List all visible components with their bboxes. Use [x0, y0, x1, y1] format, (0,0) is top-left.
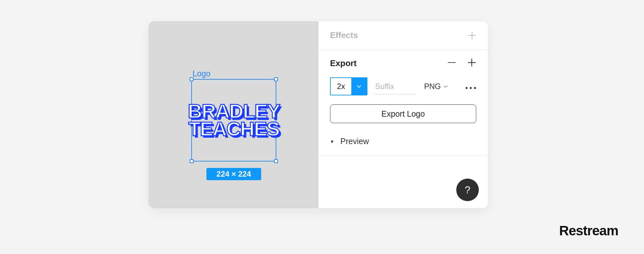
resize-handle-bottom-left[interactable] [190, 159, 194, 163]
question-mark-icon: ? [465, 184, 470, 196]
resize-handle-bottom-right[interactable] [274, 159, 278, 163]
svg-point-1 [470, 87, 472, 89]
plus-icon [468, 31, 476, 40]
logo-text-line-2: TEACHES [188, 120, 279, 138]
add-export-setting-button[interactable] [467, 58, 476, 68]
editor-window: Logo BRADLEY TEACHES 224 × 224 Effects [148, 21, 488, 208]
svg-point-2 [474, 87, 476, 89]
export-format-value: PNG [424, 82, 441, 91]
resize-handle-top-right[interactable] [274, 77, 278, 81]
export-scale-value: 2x [331, 78, 351, 95]
help-button[interactable]: ? [456, 179, 479, 201]
minus-icon [447, 58, 456, 67]
effects-section-title: Effects [330, 30, 358, 40]
caret-right-icon [330, 139, 335, 144]
chevron-down-icon [356, 84, 362, 89]
canvas-pane[interactable]: Logo BRADLEY TEACHES 224 × 224 [148, 21, 318, 208]
export-scale-select[interactable]: 2x [330, 77, 367, 95]
remove-export-setting-button[interactable] [447, 58, 456, 68]
svg-point-0 [466, 87, 468, 89]
selected-frame[interactable]: Logo BRADLEY TEACHES [191, 69, 276, 161]
export-format-select[interactable]: PNG [424, 82, 448, 91]
export-scale-dropdown-button[interactable] [351, 78, 367, 95]
logo-artwork: BRADLEY TEACHES [194, 82, 274, 159]
export-preview-toggle[interactable]: Preview [318, 131, 488, 155]
ellipsis-icon [465, 87, 476, 89]
frame-name-label[interactable]: Logo [193, 69, 276, 78]
watermark: Restream [559, 223, 618, 239]
plus-icon [467, 58, 476, 67]
chevron-down-icon [443, 84, 448, 89]
export-suffix-input[interactable] [374, 79, 416, 94]
selection-bounds[interactable]: BRADLEY TEACHES [191, 79, 276, 161]
export-section-title: Export [330, 58, 356, 68]
export-more-options-button[interactable] [465, 81, 476, 92]
export-button[interactable]: Export Logo [330, 104, 476, 123]
resize-handle-top-left[interactable] [190, 77, 194, 81]
export-preview-label: Preview [340, 137, 369, 146]
dimensions-badge: 224 × 224 [206, 168, 261, 180]
add-effect-button[interactable] [468, 31, 476, 40]
